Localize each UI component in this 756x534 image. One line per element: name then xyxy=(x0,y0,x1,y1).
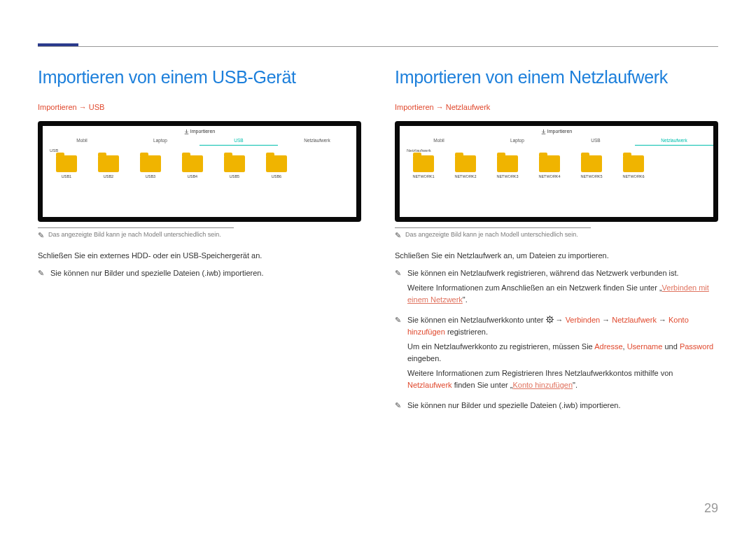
tv-frame-network: Importieren Mobil Laptop USB Netzlaufwer… xyxy=(395,121,718,222)
breadcrumb-network: Importieren → Netzlaufwerk xyxy=(395,103,718,111)
folder-row-usb: USB1 USB2 USB3 USB4 USB5 USB6 xyxy=(43,154,356,178)
tv-frame-usb: Importieren Mobil Laptop USB Netzlaufwer… xyxy=(38,121,361,222)
tab-usb: USB xyxy=(556,136,635,146)
folder-label: USB2 xyxy=(104,174,113,178)
folder-icon xyxy=(581,155,602,172)
note-text: Sie können ein Netzlaufwerk registrieren… xyxy=(407,267,718,309)
folder-item: NETWORK6 xyxy=(617,155,650,178)
folder-label: NETWORK1 xyxy=(412,174,434,178)
tv-header-network: Importieren xyxy=(400,126,713,136)
download-icon xyxy=(184,129,189,134)
heading-network: Importieren von einem Netzlaufwerk xyxy=(395,67,718,87)
breadcrumb-usb: Importieren → USB xyxy=(38,103,361,111)
folder-item: USB4 xyxy=(176,155,209,178)
folder-item: USB1 xyxy=(50,155,83,178)
folder-row-network: NETWORK1 NETWORK2 NETWORK3 NETWORK4 NETW… xyxy=(400,154,713,178)
svg-line-7 xyxy=(551,321,552,323)
pen-icon: ✎ xyxy=(395,314,402,394)
ref-netzlaufwerk: Netzlaufwerk xyxy=(407,381,452,389)
folder-item: NETWORK1 xyxy=(407,155,440,178)
tv-sublabel-usb: USB xyxy=(43,146,356,154)
folder-icon xyxy=(56,155,77,172)
folder-label: NETWORK2 xyxy=(454,174,476,178)
field-adresse: Adresse xyxy=(594,342,622,351)
folder-item: USB3 xyxy=(134,155,167,178)
pen-icon: ✎ xyxy=(38,267,45,279)
folder-icon xyxy=(182,155,203,172)
caption-usb: ✎ Das angezeigte Bild kann je nach Model… xyxy=(38,231,361,240)
folder-item: USB2 xyxy=(92,155,125,178)
note-text: Sie können nur Bilder und spezielle Date… xyxy=(50,267,361,279)
folder-item: USB6 xyxy=(260,155,293,178)
folder-label: USB5 xyxy=(230,174,239,178)
tab-netzlaufwerk: Netzlaufwerk xyxy=(278,136,356,146)
folder-icon xyxy=(455,155,476,172)
caption-network: ✎ Das angezeigte Bild kann je nach Model… xyxy=(395,231,718,240)
tv-header-usb: Importieren xyxy=(43,126,356,136)
folder-icon xyxy=(539,155,560,172)
tv-tabs-usb: Mobil Laptop USB Netzlaufwerk xyxy=(43,136,356,146)
note-network-3: ✎ Sie können nur Bilder und spezielle Da… xyxy=(395,400,718,412)
tab-mobil: Mobil xyxy=(400,136,478,146)
note-network-1: ✎ Sie können ein Netzlaufwerk registrier… xyxy=(395,267,718,309)
folder-icon xyxy=(497,155,518,172)
svg-point-1 xyxy=(549,318,550,320)
content-columns: Importieren von einem USB-Gerät Importie… xyxy=(38,67,718,417)
folder-icon xyxy=(266,155,287,172)
left-column: Importieren von einem USB-Gerät Importie… xyxy=(38,67,361,417)
svg-line-6 xyxy=(547,316,548,318)
folder-item: NETWORK5 xyxy=(575,155,608,178)
svg-line-8 xyxy=(547,321,548,323)
tab-laptop: Laptop xyxy=(121,136,200,146)
folder-icon xyxy=(224,155,245,172)
note-text: Sie können ein Netzlaufwerkkonto unter →… xyxy=(407,314,718,394)
folder-label: NETWORK4 xyxy=(538,174,560,178)
note-network-2: ✎ Sie können ein Netzlaufwerkkonto unter… xyxy=(395,314,718,394)
folder-label: NETWORK5 xyxy=(580,174,602,178)
tab-mobil: Mobil xyxy=(43,136,121,146)
body-text-network: Schließen Sie ein Netzlaufwerk an, um Da… xyxy=(395,250,718,262)
field-password: Password xyxy=(680,342,713,351)
folder-label: USB4 xyxy=(188,174,197,178)
body-text-usb: Schließen Sie ein externes HDD- oder ein… xyxy=(38,250,361,262)
svg-line-9 xyxy=(551,316,552,318)
caption-rule xyxy=(395,227,591,228)
folder-icon xyxy=(98,155,119,172)
pen-icon: ✎ xyxy=(38,231,45,240)
note-usb: ✎ Sie können nur Bilder und spezielle Da… xyxy=(38,267,361,279)
tv-tabs-network: Mobil Laptop USB Netzlaufwerk xyxy=(400,136,713,146)
right-column: Importieren von einem Netzlaufwerk Impor… xyxy=(395,67,718,417)
pen-icon: ✎ xyxy=(395,231,402,240)
folder-label: USB3 xyxy=(146,174,155,178)
tab-usb-active: USB xyxy=(200,136,278,146)
tv-screen-usb: Importieren Mobil Laptop USB Netzlaufwer… xyxy=(43,126,356,217)
link-konto-hinzufuegen[interactable]: Konto hinzufügen xyxy=(512,381,573,389)
path-netzlaufwerk: Netzlaufwerk xyxy=(612,316,657,324)
folder-item: NETWORK4 xyxy=(533,155,566,178)
caption-rule xyxy=(38,227,234,228)
pen-icon: ✎ xyxy=(395,267,402,309)
header-rule xyxy=(38,46,718,47)
tab-laptop: Laptop xyxy=(478,136,556,146)
folder-icon xyxy=(413,155,434,172)
field-username: Username xyxy=(627,342,663,351)
tab-netzlaufwerk-active: Netzlaufwerk xyxy=(635,136,713,146)
folder-icon xyxy=(140,155,161,172)
folder-label: USB1 xyxy=(62,174,71,178)
tv-screen-network: Importieren Mobil Laptop USB Netzlaufwer… xyxy=(400,126,713,217)
heading-usb: Importieren von einem USB-Gerät xyxy=(38,67,361,87)
folder-icon xyxy=(623,155,644,172)
folder-item: NETWORK2 xyxy=(449,155,482,178)
folder-label: NETWORK6 xyxy=(622,174,644,178)
note-text: Sie können nur Bilder und spezielle Date… xyxy=(407,400,718,412)
folder-item: NETWORK3 xyxy=(491,155,524,178)
gear-icon xyxy=(546,316,554,323)
page-number: 29 xyxy=(704,501,718,516)
folder-label: USB6 xyxy=(272,174,281,178)
download-icon xyxy=(541,129,546,134)
path-verbinden: Verbinden xyxy=(566,316,601,324)
tv-sublabel-network: Netzlaufwerk xyxy=(400,146,713,154)
folder-label: NETWORK3 xyxy=(496,174,518,178)
pen-icon: ✎ xyxy=(395,400,402,412)
folder-item: USB5 xyxy=(218,155,251,178)
